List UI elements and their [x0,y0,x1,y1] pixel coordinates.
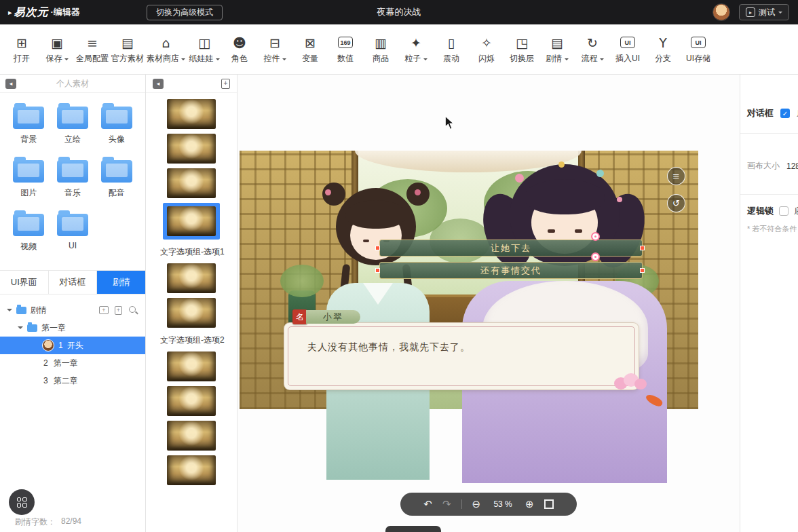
character-icon: ☻ [231,34,248,52]
game-preview[interactable]: 让她下去 还有事情交代 名 小翠 夫人没有其他事情，我就先下去了。 [240,151,698,409]
selection-handle[interactable] [375,246,380,250]
toolbar-item-switch-layer[interactable]: ◳切换层 [504,24,539,74]
toolbar-item-variable[interactable]: ⊠变量 [292,24,328,74]
tab-dialog[interactable]: 对话框 [49,271,98,294]
tree-episode-2[interactable]: 2 第一章 [0,354,145,372]
scene-thumbnail[interactable] [167,386,216,416]
tree-episode-3[interactable]: 3 第二章 [0,372,145,390]
undo-icon[interactable]: ↶ [423,499,432,510]
game-menu-button[interactable]: ≡ [667,167,685,185]
toolbar-item-widgets[interactable]: ⊟控件 [257,24,292,74]
selection-ring-handle[interactable] [591,252,600,261]
scene-thumbnail-selected[interactable] [163,203,220,240]
toolbar-item-paper-doll[interactable]: ◫纸娃娃 [187,24,222,74]
scene-thumbnail[interactable] [167,134,216,164]
speaker-name-tag[interactable]: 名 小翠 [292,309,360,324]
zoom-in-icon[interactable]: ⊕ [525,499,534,510]
choice-button-2[interactable]: 还有事情交代 [379,262,643,279]
global-config-icon: ≡ [84,34,100,52]
toolbar-item-branch[interactable]: Y分支 [645,24,681,74]
selection-handle[interactable] [375,268,380,273]
add-scene-icon[interactable] [221,79,230,89]
editor-canvas[interactable]: 让她下去 还有事情交代 名 小翠 夫人没有其他事情，我就先下去了。 [238,75,740,532]
story-tree: 剧情 第一章 1 开头 2 第一章 [0,296,145,471]
collapse-panel-button[interactable]: ◂ [5,79,16,89]
folder-images[interactable]: 图片 [7,157,51,199]
toolbar-item-save[interactable]: ▣保存 [39,24,75,74]
toolbar-item-official-assets[interactable]: ▤官方素材 [110,24,145,74]
folder-avatars[interactable]: 头像 [94,103,138,145]
toolbar-item-goods[interactable]: ▥商品 [363,24,398,74]
folder-backgrounds[interactable]: 背景 [7,103,51,145]
scene-thumbnail[interactable] [167,298,216,328]
shake-icon: ▯ [443,34,459,52]
user-avatar[interactable] [712,3,730,21]
toolbar-item-flash[interactable]: ✧闪烁 [469,24,504,74]
toolbar-item-insert-ui[interactable]: UI插入UI [610,24,645,74]
expander-icon[interactable] [18,326,23,332]
toolbar-item-shake[interactable]: ▯震动 [434,24,469,74]
asset-grid-button[interactable] [9,489,35,515]
scene-thumbnail[interactable] [167,352,216,381]
add-file-icon[interactable] [115,306,122,315]
zoom-toolbar: ↶ ↷ ⊖ 53 % ⊕ [400,493,577,516]
test-button-label: 测试 [759,7,775,18]
asset-store-icon: ⌂ [158,34,174,52]
expander-icon[interactable] [7,309,12,314]
folder-icon [27,324,37,332]
toolbar-item-asset-store[interactable]: ⌂素材商店 [145,24,187,74]
hidden-panel-edge[interactable] [385,526,441,532]
app-window: ▸ 易次元 ·编辑器 切换为高级模式 夜幕的决战 ▸ 测试 ⊞打开 ▣保存 ≡全… [0,0,798,532]
zoom-out-icon[interactable]: ⊖ [472,499,481,510]
enable-dialog-checkbox[interactable] [780,109,790,118]
folder-music[interactable]: 音乐 [51,157,95,199]
divider [740,133,798,134]
tab-ui-interface[interactable]: UI界面 [0,271,49,294]
toolbar-item-story[interactable]: ▤剧情 [539,24,575,74]
folder-video[interactable]: 视频 [7,210,51,252]
enable-logic-lock-checkbox[interactable] [779,206,788,216]
folder-icon [13,214,44,236]
toolbar-item-global-config[interactable]: ≡全局配置 [75,24,110,74]
logo-suffix: ·编辑器 [51,6,80,18]
test-button[interactable]: ▸ 测试 [739,4,789,20]
toolbar-item-flow[interactable]: ↻流程 [575,24,610,74]
dialog-text: 夫人没有其他事情，我就先下去了。 [307,339,625,354]
scene-thumbnail[interactable] [167,99,216,129]
folder-icon [13,160,44,183]
widgets-icon: ⊟ [267,34,283,52]
redo-icon[interactable]: ↷ [442,499,451,510]
thumbnail-group-label: 文字选项组-选项2 [146,335,225,346]
selection-ring-handle[interactable] [591,232,600,241]
toolbar-item-numeric[interactable]: 169数值 [328,24,363,74]
sparkle-icon: ▸ [8,8,12,17]
folder-voice[interactable]: 配音 [94,157,138,199]
tree-episode-1-selected[interactable]: 1 开头 [0,337,145,354]
project-title: 夜幕的决战 [377,6,421,18]
toolbar-item-ui-storage[interactable]: UIUI存储 [681,24,716,74]
fullscreen-icon[interactable] [544,499,554,509]
dialog-box[interactable]: 夫人没有其他事情，我就先下去了。 [284,323,639,390]
game-history-button[interactable]: ↺ [667,194,685,212]
search-icon[interactable] [128,305,138,316]
tree-chapter-1[interactable]: 第一章 [0,319,145,337]
choice-button-1[interactable]: 让她下去 [379,240,643,256]
tree-root-story[interactable]: 剧情 [0,301,145,319]
folder-ui[interactable]: UI [51,210,95,252]
advanced-mode-button[interactable]: 切换为高级模式 [147,5,223,20]
scene-thumbnail[interactable] [167,168,216,198]
tab-story[interactable]: 剧情 [97,271,145,294]
toolbar-item-character[interactable]: ☻角色 [222,24,257,74]
asset-panel-title: 个人素材 [0,78,145,90]
toolbar-item-particle[interactable]: ✦粒子 [398,24,434,74]
scene-thumbnail[interactable] [167,421,216,451]
folder-character-art[interactable]: 立绘 [51,103,95,145]
dialog-box-border [288,326,635,386]
scene-thumbnail[interactable] [167,263,216,293]
scene-thumbnail[interactable] [167,455,216,485]
toolbar-item-open[interactable]: ⊞打开 [4,24,39,74]
add-folder-icon[interactable] [99,306,109,314]
selection-handle[interactable] [640,268,645,273]
collapse-panel-button[interactable]: ◂ [153,79,164,89]
selection-handle[interactable] [640,246,645,250]
